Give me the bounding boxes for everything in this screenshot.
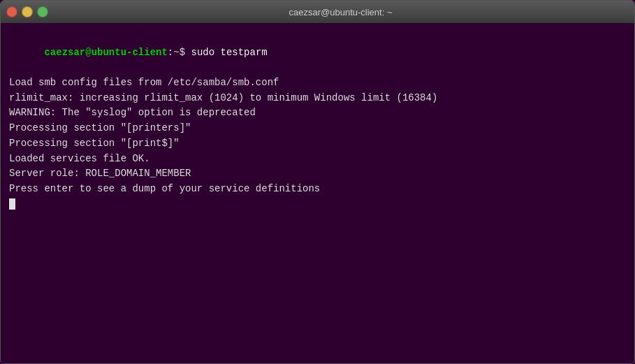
terminal-output-line: Press enter to see a dump of your servic…: [9, 182, 626, 197]
window-controls: [6, 6, 48, 17]
prompt-path: :~: [168, 47, 180, 58]
terminal-cursor: [9, 198, 15, 210]
terminal-output-line: rlimit_max: increasing rlimit_max (1024)…: [9, 91, 626, 106]
terminal-output-line: Processing section "[printers]": [9, 121, 626, 136]
command-text: sudo testparm: [185, 47, 268, 58]
prompt-line: caezsar@ubuntu-client:~$ sudo testparm: [9, 30, 626, 75]
window-title: caezsar@ubuntu-client: ~: [52, 7, 629, 17]
terminal-window: caezsar@ubuntu-client: ~ caezsar@ubuntu-…: [0, 0, 635, 364]
prompt-symbol: $: [180, 47, 185, 58]
terminal-output-line: Processing section "[print$]": [9, 136, 626, 152]
close-button[interactable]: [6, 6, 17, 17]
titlebar: caezsar@ubuntu-client: ~: [1, 1, 634, 23]
maximize-button[interactable]: [37, 6, 48, 17]
terminal-output-line: Load smb config files from /etc/samba/sm…: [9, 75, 626, 91]
output-lines: Load smb config files from /etc/samba/sm…: [9, 75, 626, 197]
minimize-button[interactable]: [22, 6, 33, 17]
prompt-user: caezsar@ubuntu-client: [44, 47, 167, 58]
terminal-output-line: Loaded services file OK.: [9, 152, 626, 167]
terminal-output-line: Server role: ROLE_DOMAIN_MEMBER: [9, 166, 626, 182]
terminal-output-line: WARNING: The "syslog" option is deprecat…: [9, 105, 626, 121]
terminal-body[interactable]: caezsar@ubuntu-client:~$ sudo testparm L…: [1, 23, 634, 363]
